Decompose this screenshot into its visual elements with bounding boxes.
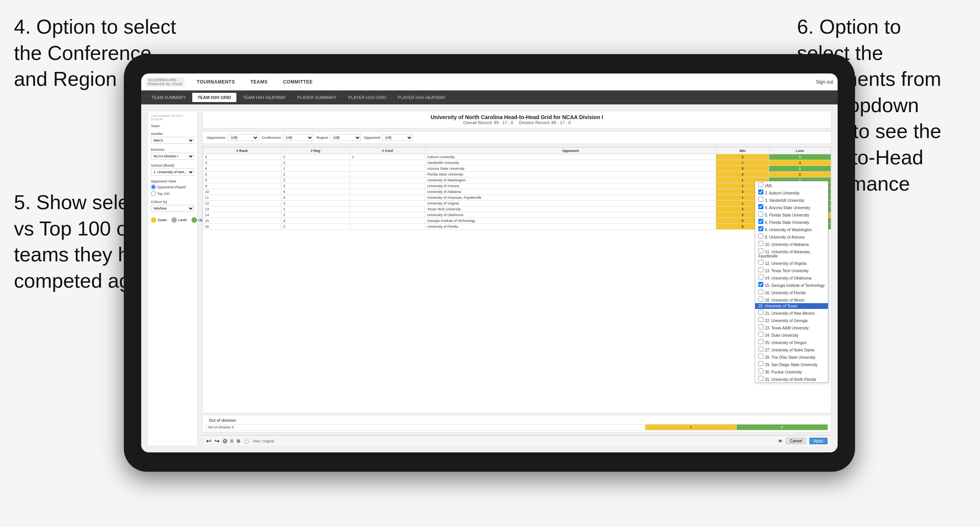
dropdown-item[interactable]: 18. University of Illinois xyxy=(755,296,828,303)
tab-team-summary[interactable]: TEAM SUMMARY xyxy=(146,93,192,102)
dropdown-item[interactable]: 14. University of Oklahoma xyxy=(755,274,828,281)
conference-filter-select[interactable]: (All) xyxy=(282,134,313,141)
opponent-filter-label: Opponent xyxy=(364,136,381,140)
out-of-division-section: Out of division NCAA Division II 1 0 xyxy=(202,415,831,432)
dropdown-item[interactable]: 10. University of Alabama xyxy=(755,240,828,247)
dropdown-item[interactable]: 20. University of Texas xyxy=(755,303,828,309)
radio-top100-input[interactable] xyxy=(151,191,156,196)
page-title: University of North Carolina Head-to-Hea… xyxy=(207,114,826,120)
dropdown-item[interactable]: 3. Vanderbilt University xyxy=(755,196,828,203)
nav-signout[interactable]: Sign out xyxy=(816,79,833,85)
dropdown-item[interactable]: 6. Florida State University xyxy=(755,218,828,225)
reset-icon[interactable]: ⊘ xyxy=(222,437,227,445)
cell-reg: 1 xyxy=(281,166,350,172)
cell-loss: 1 xyxy=(769,166,831,172)
tab-team-h2h-heatmap[interactable]: TEAM H2H HEATMAP xyxy=(237,93,291,102)
table-row: 16 2 University of Florida 5 1 xyxy=(203,224,831,230)
col-reg: # Reg xyxy=(281,148,350,154)
cell-conf xyxy=(350,218,425,224)
gender-select[interactable]: Men's xyxy=(151,137,194,144)
copy-icon[interactable]: ⎘ xyxy=(231,438,233,444)
cell-conf xyxy=(350,206,425,212)
legend-up-dot xyxy=(192,217,197,223)
table-row: 3 2 Vanderbilt University 0 4 xyxy=(203,160,831,166)
cell-rank: 12 xyxy=(203,201,281,206)
dropdown-item[interactable]: 16. University of Florida xyxy=(755,288,828,296)
division-select[interactable]: NCAA Division I xyxy=(151,153,194,160)
dropdown-item[interactable]: 15. Georgia Institute of Technology xyxy=(755,281,828,288)
nav-tournaments[interactable]: TOURNAMENTS xyxy=(194,78,238,86)
table-row: 13 1 Texas Tech University 3 0 xyxy=(203,206,831,212)
dropdown-item[interactable]: 12. University of Virginia xyxy=(755,259,828,266)
cell-conf: 1 xyxy=(350,154,425,160)
legend-down-label: Down xyxy=(158,218,167,222)
cell-conf xyxy=(350,189,425,195)
division-label: Division xyxy=(151,148,194,152)
dropdown-item[interactable]: 13. Texas Tech University xyxy=(755,266,828,274)
settings-icon[interactable]: ⚙ xyxy=(236,438,241,444)
table-row: 4 1 Arizona State University 5 1 xyxy=(203,166,831,172)
dropdown-item[interactable]: 30. Purdue University xyxy=(755,368,828,375)
cell-rank: 14 xyxy=(203,212,281,218)
nav-teams[interactable]: TEAMS xyxy=(247,78,271,86)
cell-loss: 4 xyxy=(769,160,831,166)
radio-top100: Top 100 xyxy=(151,191,194,196)
dropdown-item[interactable]: 2. Auburn University xyxy=(755,189,828,196)
legend-up: Up xyxy=(192,217,203,223)
cell-loss: 2 xyxy=(769,172,831,177)
logo-text: SCOREBOARD xyxy=(148,78,182,82)
tab-player-h2h-grid[interactable]: PLAYER H2H GRID xyxy=(343,93,392,102)
cell-opponent: Florida State University xyxy=(425,172,716,177)
colour-section: Colour by Win/loss xyxy=(151,200,194,212)
tab-player-h2h-heatmap[interactable]: PLAYER H2H HEATMAP xyxy=(392,93,451,102)
cancel-button[interactable]: Cancel xyxy=(786,438,806,444)
left-panel: Last Updated: 4/7/2014 16:55:28 Team Gen… xyxy=(147,111,198,446)
last-updated: Last Updated: 4/7/2014 16:55:28 xyxy=(151,114,194,121)
title-records: Overall Record: 89 - 17 - 0 Division Rec… xyxy=(207,120,826,125)
clock-icon[interactable]: 🕐 xyxy=(244,438,250,444)
cell-rank: 2 xyxy=(203,154,281,160)
dropdown-item[interactable]: 28. The Ohio State University xyxy=(755,353,828,360)
cell-conf xyxy=(350,177,425,183)
undo-icon[interactable]: ↩ xyxy=(206,437,211,445)
cell-opponent: Arizona State University xyxy=(425,166,716,172)
redo-icon[interactable]: ↪ xyxy=(214,437,219,445)
cell-opponent: Vanderbilt University xyxy=(425,160,716,166)
table-row: 8 2 University of Washington 1 0 xyxy=(203,177,831,183)
nav-committee[interactable]: COMMITTEE xyxy=(280,78,316,86)
team-section: Team xyxy=(151,124,194,128)
opponents-filter-select[interactable]: (All) xyxy=(228,134,259,141)
dropdown-item[interactable]: 21. University of New Mexico xyxy=(755,309,828,316)
tab-team-h2h-grid[interactable]: TEAM H2H GRID xyxy=(192,93,237,102)
dropdown-item[interactable]: (All) xyxy=(755,181,828,189)
cell-opponent: University of Virginia xyxy=(425,201,716,206)
school-select[interactable]: 1. University of Nort... xyxy=(151,169,194,176)
dropdown-item[interactable]: 23. Texas A&M University xyxy=(755,324,828,331)
opponent-dropdown[interactable]: (All)2. Auburn University3. Vanderbilt U… xyxy=(755,181,828,383)
cell-reg: 6 xyxy=(281,195,350,201)
cell-opponent: University of Florida xyxy=(425,224,716,230)
apply-button[interactable]: Apply xyxy=(809,438,828,444)
dropdown-item[interactable]: 24. Duke University xyxy=(755,331,828,338)
dropdown-item[interactable]: 5. Florida State University xyxy=(755,211,828,218)
dropdown-item[interactable]: 22. University of Georgia xyxy=(755,316,828,324)
table-row: 9 3 University of Arizona 1 0 xyxy=(203,183,831,189)
dropdown-item[interactable]: 9. University of Arizona xyxy=(755,233,828,240)
dropdown-item[interactable]: 27. University of Notre Dame xyxy=(755,346,828,353)
region-filter-select[interactable]: (All) xyxy=(330,134,361,141)
dropdown-item[interactable]: 29. San Diego State University xyxy=(755,360,828,368)
tab-player-summary[interactable]: PLAYER SUMMARY xyxy=(292,93,342,102)
dropdown-item[interactable]: 4. Arizona State University xyxy=(755,203,828,211)
col-opponent: Opponent xyxy=(425,148,716,154)
colour-select[interactable]: Win/loss xyxy=(151,205,194,212)
radio-opponents-played-label: Opponents Played xyxy=(157,185,186,189)
dropdown-item[interactable]: 25. University of Oregon xyxy=(755,338,828,346)
radio-opponents-played-input[interactable] xyxy=(151,184,156,189)
dropdown-item[interactable]: 8. University of Washington xyxy=(755,225,828,233)
dropdown-item[interactable]: 11. University of Arkansas, Fayetteville xyxy=(755,247,828,259)
dropdown-item[interactable]: 31. University of North Florida xyxy=(755,375,828,382)
title-area: University of North Carolina Head-to-Hea… xyxy=(202,111,831,128)
opponent-filter-select[interactable]: (All) xyxy=(382,134,413,141)
cell-rank: 16 xyxy=(203,224,281,230)
colour-label: Colour by xyxy=(151,200,194,204)
